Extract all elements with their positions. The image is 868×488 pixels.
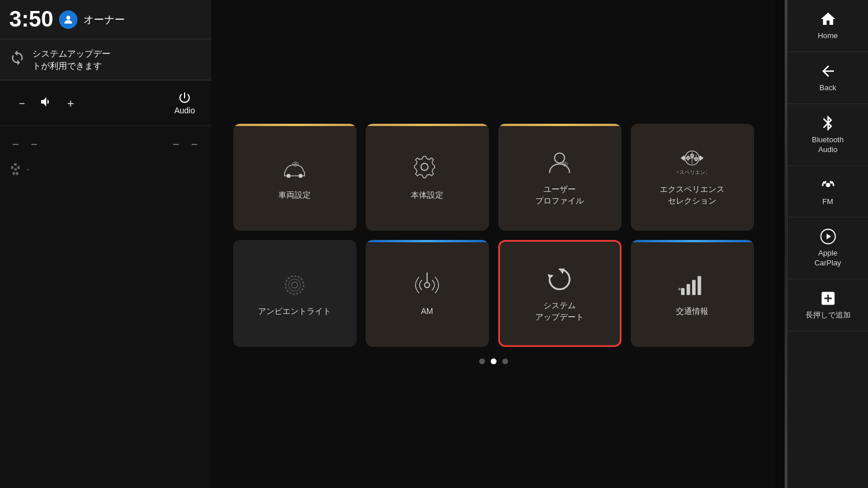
tile-ambient-label: アンビエントライト [258, 306, 331, 317]
volume-section: － ＋ Audio [0, 80, 211, 126]
clock: 3:50 [9, 7, 53, 32]
climate-temps: － － － － [9, 135, 202, 153]
svg-point-18 [292, 282, 297, 288]
fan-section: - [9, 158, 202, 180]
add-icon [819, 290, 837, 307]
status-bar: 3:50 オーナー [0, 0, 211, 39]
svg-point-13 [690, 154, 693, 157]
user-avatar [59, 10, 78, 29]
fm-icon [819, 176, 837, 194]
svg-text:エクスペリエンス: エクスペリエンス [677, 169, 707, 175]
dot-1[interactable] [479, 358, 485, 364]
left-panel: 3:50 オーナー システムアップデー トが利用できます － ＋ [0, 0, 211, 488]
svg-point-12 [686, 157, 689, 160]
tile-experience-selection[interactable]: エクスペリエンス エクスペリエンス セレクション [631, 124, 754, 231]
svg-point-5 [554, 153, 564, 163]
tile-system-update-label: システム アップデート [535, 300, 584, 323]
climate-section: － － － － - [0, 126, 211, 488]
audio-button[interactable]: Audio [167, 88, 202, 117]
tile-traffic-label: 交通情報 [676, 306, 708, 317]
sidebar-bluetooth-label: BluetoothAudio [812, 135, 844, 155]
sidebar-item-back[interactable]: Back [788, 52, 868, 104]
audio-label: Audio [174, 106, 195, 115]
user-name: オーナー [83, 13, 125, 27]
volume-up-button[interactable]: ＋ [58, 93, 83, 113]
update-icon [9, 50, 25, 69]
tile-user-profile-label: ユーザー プロファイル [535, 184, 584, 206]
sidebar-back-label: Back [819, 83, 836, 93]
sidebar-carplay-label: AppleCarPlay [814, 249, 841, 268]
tile-vehicle-settings-label: 車両設定 [278, 190, 311, 201]
svg-point-14 [694, 157, 697, 160]
tile-system-update[interactable]: システム アップデート [498, 240, 621, 347]
svg-rect-23 [698, 276, 701, 295]
temp-right: － － [170, 135, 202, 153]
dot-3[interactable] [502, 358, 508, 364]
dot-2[interactable] [491, 358, 496, 364]
tile-experience-label: エクスペリエンス セレクション [660, 184, 724, 206]
sidebar-item-fm[interactable]: FM [788, 166, 868, 218]
tile-am-label: AM [421, 306, 433, 317]
page-dots [479, 358, 508, 364]
fan-label: - [27, 164, 30, 175]
bluetooth-icon [819, 114, 837, 132]
update-notification[interactable]: システムアップデー トが利用できます [0, 39, 211, 80]
carplay-icon [819, 228, 837, 245]
tile-traffic-info[interactable]: 交通情報 [631, 240, 754, 347]
svg-rect-21 [686, 284, 690, 295]
sidebar-item-home[interactable]: Home [788, 0, 868, 52]
home-icon [819, 10, 837, 28]
tile-system-settings[interactable]: 本体設定 [366, 124, 489, 231]
svg-point-19 [425, 282, 430, 287]
tile-vehicle-settings[interactable]: 車両設定 [233, 124, 356, 231]
svg-point-6 [564, 163, 566, 165]
svg-point-4 [421, 163, 428, 170]
speaker-icon [35, 93, 58, 114]
tile-system-settings-label: 本体設定 [411, 190, 443, 201]
tile-user-profile[interactable]: ユーザー プロファイル [498, 124, 621, 231]
svg-point-24 [678, 287, 681, 290]
svg-point-0 [67, 16, 71, 20]
svg-rect-20 [681, 288, 685, 295]
sidebar-home-label: Home [818, 31, 838, 41]
main-area: 車両設定 本体設定 ユーザー プロファイル [211, 0, 775, 488]
svg-point-25 [826, 183, 830, 187]
tile-ambient-light[interactable]: アンビエントライト [233, 240, 356, 347]
svg-point-2 [299, 173, 303, 178]
right-sidebar: Home Back BluetoothAudio FM AppleCarPlay [787, 0, 868, 488]
sidebar-add-label: 長押しで追加 [806, 310, 851, 320]
svg-rect-22 [692, 280, 696, 295]
svg-point-17 [289, 279, 301, 291]
temp-left: － － [9, 135, 42, 153]
app-grid: 車両設定 本体設定 ユーザー プロファイル [233, 124, 754, 347]
sidebar-item-carplay[interactable]: AppleCarPlay [788, 217, 868, 279]
volume-down-button[interactable]: － [9, 93, 35, 113]
tile-am[interactable]: AM [366, 240, 489, 347]
sidebar-fm-label: FM [822, 197, 833, 207]
svg-marker-27 [826, 234, 831, 239]
svg-point-1 [286, 173, 290, 178]
sidebar-item-bluetooth-audio[interactable]: BluetoothAudio [788, 104, 868, 166]
sidebar-item-add[interactable]: 長押しで追加 [788, 279, 868, 331]
update-text: システムアップデー トが利用できます [32, 47, 111, 72]
back-icon [819, 62, 837, 80]
